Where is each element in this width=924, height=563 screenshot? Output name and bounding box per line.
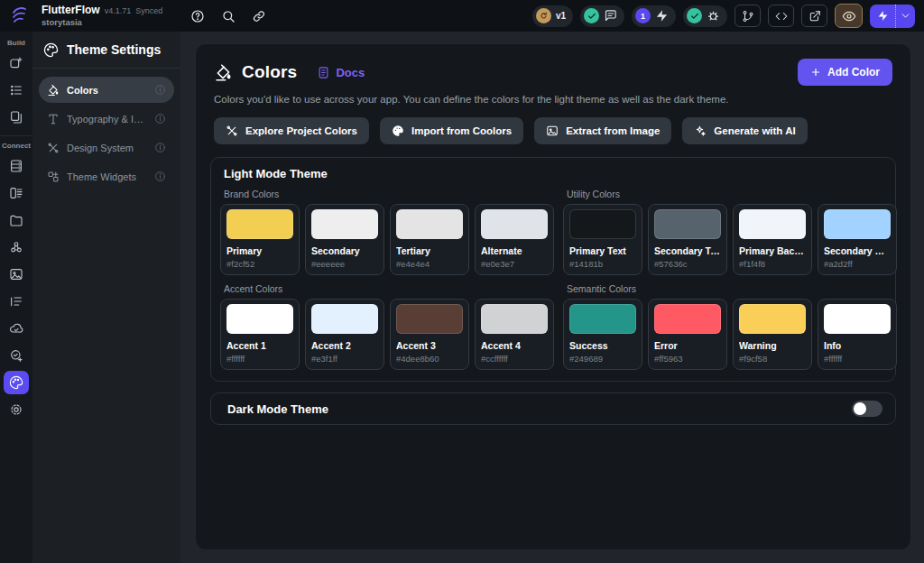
color-card-secondary-background[interactable]: Secondary Background #a2d2ff	[818, 204, 897, 275]
color-swatch[interactable]	[481, 304, 548, 334]
typography-icon	[47, 113, 60, 125]
version-badge[interactable]: v1	[532, 5, 573, 27]
import-from-coolors-button[interactable]: Import from Coolors	[380, 117, 523, 144]
rail-item-cloud-functions[interactable]	[4, 317, 29, 340]
help-button[interactable]	[186, 5, 209, 28]
color-card-warning[interactable]: Warning #f9cf58	[733, 299, 812, 370]
color-card-alternate[interactable]: Alternate #e0e3e7	[475, 204, 554, 275]
paint-bucket-icon	[47, 84, 60, 97]
info-icon[interactable]	[154, 142, 166, 153]
info-icon[interactable]	[154, 84, 166, 96]
rail-item-storage-folder[interactable]	[4, 208, 29, 232]
branching-button[interactable]	[735, 5, 761, 27]
color-swatch[interactable]	[824, 304, 891, 334]
sidebar-item-theme-widgets[interactable]: Theme Widgets	[39, 163, 174, 189]
color-card-accent-3[interactable]: Accent 3 #4dee8b60	[390, 299, 469, 370]
run-split-button	[870, 5, 915, 28]
rail-item-app-values[interactable]	[4, 290, 29, 313]
color-card-accent-2[interactable]: Accent 2 #e3f1ff	[305, 299, 384, 370]
color-hex-value: #f2cf52	[226, 259, 293, 269]
rail-item-app-settings[interactable]	[4, 398, 29, 421]
tests-status-badge[interactable]: 1	[632, 5, 676, 27]
color-swatch[interactable]	[311, 209, 378, 239]
color-hex-value: #249689	[569, 354, 636, 364]
color-card-secondary[interactable]: Secondary #eeeeee	[305, 204, 384, 275]
color-card-primary-text[interactable]: Primary Text #14181b	[563, 204, 642, 275]
color-card-error[interactable]: Error #ff5963	[648, 299, 727, 370]
color-swatch[interactable]	[739, 304, 806, 334]
color-swatch[interactable]	[569, 304, 636, 334]
chevron-down-icon	[900, 10, 911, 22]
docs-label: Docs	[336, 66, 365, 79]
extract-from-image-button[interactable]: Extract from Image	[534, 117, 671, 144]
rail-item-pages[interactable]	[4, 106, 29, 129]
color-swatch[interactable]	[739, 209, 806, 239]
color-swatch[interactable]	[396, 304, 463, 334]
color-name: Primary	[226, 245, 293, 256]
rail-item-data-types[interactable]	[4, 181, 29, 205]
i-info-icon	[154, 142, 166, 153]
color-swatch[interactable]	[654, 304, 721, 334]
color-swatch[interactable]	[824, 209, 891, 239]
info-icon[interactable]	[154, 171, 166, 182]
sidebar-item-typography-icons[interactable]: Typography & Icons	[39, 106, 174, 132]
view-code-button[interactable]	[768, 5, 794, 27]
rail-item-media-assets[interactable]	[4, 263, 29, 286]
dark-mode-toggle[interactable]	[852, 401, 882, 417]
run-button[interactable]	[870, 5, 896, 28]
color-hex-value: #e3f1ff	[311, 354, 378, 364]
color-swatch[interactable]	[569, 209, 636, 239]
sidebar-item-colors[interactable]: Colors	[39, 77, 174, 103]
flutterflow-logo-icon	[9, 5, 31, 27]
cloud-functions-icon	[9, 321, 23, 336]
color-swatch[interactable]	[396, 209, 463, 239]
explore-project-colors-button[interactable]: Explore Project Colors	[214, 117, 369, 144]
info-icon[interactable]	[154, 113, 166, 125]
color-card-tertiary[interactable]: Tertiary #e4e4e4	[390, 204, 469, 275]
rail-item-database[interactable]	[4, 154, 29, 178]
rail-item-page-tree[interactable]	[4, 78, 29, 102]
preview-button[interactable]	[835, 4, 863, 28]
open-external-icon	[808, 10, 821, 23]
app-values-icon	[9, 294, 23, 309]
color-swatch[interactable]	[226, 304, 293, 334]
add-color-button[interactable]: Add Color	[798, 59, 892, 86]
color-card-primary-background[interactable]: Primary Background #f1f4f8	[733, 204, 812, 275]
color-hex-value: #e4e4e4	[396, 259, 463, 269]
rail-item-automations[interactable]	[4, 344, 29, 367]
widget-add-icon	[9, 56, 23, 70]
open-external-button[interactable]	[801, 5, 827, 27]
sidebar-item-design-system[interactable]: Design System	[39, 134, 174, 161]
color-group: Brand Colors Primary #f2cf52 Secondary #…	[220, 180, 554, 275]
rail-item-integrations[interactable]	[4, 235, 29, 259]
action-label: Generate with AI	[714, 125, 795, 136]
sidebar-item-label: Theme Widgets	[67, 171, 136, 182]
color-card-primary[interactable]: Primary #f2cf52	[220, 204, 300, 275]
color-card-accent-4[interactable]: Accent 4 #ccffffff	[475, 299, 554, 370]
debug-status-badge[interactable]	[683, 5, 727, 27]
comments-status-badge[interactable]	[580, 5, 624, 27]
color-card-success[interactable]: Success #249689	[563, 299, 642, 370]
rail-item-theme-settings[interactable]	[4, 371, 29, 394]
color-name: Success	[569, 340, 636, 351]
color-group: Utility Colors Primary Text #14181b Seco…	[563, 180, 897, 275]
run-options-button[interactable]	[896, 5, 915, 28]
search-button[interactable]	[217, 5, 240, 28]
share-link-button[interactable]	[247, 5, 271, 28]
color-swatch[interactable]	[654, 209, 721, 239]
theme-widgets-icon	[47, 171, 60, 183]
project-info: FlutterFlow v4.1.71 Synced storytasia	[42, 5, 162, 28]
color-card-accent-1[interactable]: Accent 1 #ffffff	[220, 299, 300, 370]
i-info-icon	[154, 113, 166, 125]
color-swatch[interactable]	[311, 304, 378, 334]
palette-icon	[392, 125, 404, 137]
color-name: Accent 2	[311, 340, 378, 351]
color-card-secondary-text[interactable]: Secondary Text #57636c	[648, 204, 727, 275]
color-swatch[interactable]	[481, 209, 548, 239]
eye-icon	[842, 9, 856, 23]
color-swatch[interactable]	[226, 209, 293, 239]
generate-with-ai-button[interactable]: Generate with AI	[682, 117, 807, 144]
color-card-info[interactable]: Info #ffffff	[818, 299, 897, 370]
docs-link[interactable]: Docs	[317, 66, 365, 79]
rail-item-widget-add[interactable]	[4, 51, 29, 75]
